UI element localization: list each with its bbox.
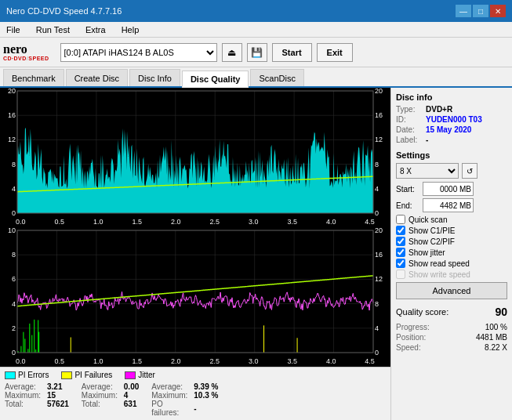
menu-bar: File Run Test Extra Help (0, 22, 512, 38)
speed-row: 8 X Maximum 1 X 2 X 4 X 16 X ↺ (396, 163, 507, 179)
progress-row: Progress: 100 % (396, 323, 507, 331)
disc-type-label: Type: (396, 105, 426, 114)
start-mb-row: Start: (396, 182, 507, 196)
tab-create-disc[interactable]: Create Disc (66, 69, 128, 86)
show-jitter-label: Show jitter (409, 248, 445, 257)
quick-scan-row: Quick scan (396, 215, 507, 224)
quality-score-value: 90 (495, 306, 507, 318)
po-failures: PO failures: - (151, 400, 218, 417)
show-c1-label: Show C1/PIE (409, 226, 455, 235)
jitter-legend: Jitter (125, 371, 155, 379)
eject-button[interactable]: ⏏ (222, 43, 242, 62)
disc-label-value: - (426, 136, 428, 144)
show-read-speed-row: Show read speed (396, 259, 507, 268)
settings-title: Settings (396, 150, 507, 160)
show-jitter-row: Show jitter (396, 248, 507, 257)
end-input[interactable] (423, 198, 474, 212)
right-panel: Disc info Type: DVD+R ID: YUDEN000 T03 D… (390, 88, 512, 420)
drive-select[interactable]: [0:0] ATAPI iHAS124 B AL0S (60, 43, 217, 62)
show-c2-row: Show C2/PIF (396, 237, 507, 246)
main-content: 0.00.51.01.52.02.53.03.54.04.5 0.00.51.0… (0, 88, 512, 420)
pi-errors-max: Maximum: 15 (5, 391, 69, 400)
show-read-speed-label: Show read speed (409, 259, 470, 268)
window-controls: — □ ✕ (456, 5, 506, 17)
exit-button[interactable]: Exit (317, 43, 353, 62)
pi-errors-legend: PI Errors (5, 371, 49, 379)
position-value: 4481 MB (476, 333, 507, 342)
toolbar: nero CD·DVD/SPEED [0:0] ATAPI iHAS124 B … (0, 38, 512, 67)
progress-label: Progress: (396, 323, 430, 331)
disc-id-label: ID: (396, 115, 426, 124)
show-c1-row: Show C1/PIE (396, 226, 507, 235)
quick-scan-label: Quick scan (409, 215, 447, 224)
show-read-speed-checkbox[interactable] (396, 259, 405, 268)
jitter-max: Maximum: 10.3 % (151, 391, 218, 400)
jitter-label: Jitter (138, 371, 155, 379)
end-mb-row: End: (396, 198, 507, 212)
pi-failures-total: Total: 631 (82, 400, 139, 408)
show-write-speed-checkbox[interactable] (396, 270, 405, 279)
close-button[interactable]: ✕ (490, 5, 506, 17)
disc-label-row: Label: - (396, 136, 507, 144)
pi-errors-stats: Average: 3.21 Maximum: 15 Total: 57621 (5, 382, 69, 417)
tab-scan-disc[interactable]: ScanDisc (250, 69, 303, 86)
show-c1-checkbox[interactable] (396, 226, 405, 235)
charts-area: 0.00.51.01.52.02.53.03.54.04.5 0.00.51.0… (0, 88, 390, 420)
disc-info-title: Disc info (396, 92, 507, 102)
speed-value: 8.22 X (485, 343, 507, 352)
pi-failures-stats: Average: 0.00 Maximum: 4 Total: 631 (82, 382, 139, 417)
show-write-speed-label: Show write speed (409, 270, 470, 279)
legend-row: PI Errors PI Failures Jitter (5, 371, 386, 379)
top-chart (0, 88, 390, 216)
quick-scan-checkbox[interactable] (396, 215, 405, 224)
end-label: End: (396, 201, 419, 210)
pi-failures-legend: PI Failures (61, 371, 112, 379)
app-title: Nero CD-DVD Speed 4.7.7.16 (6, 6, 122, 16)
pi-errors-avg: Average: 3.21 (5, 382, 69, 391)
advanced-button[interactable]: Advanced (396, 282, 507, 299)
start-label: Start: (396, 185, 419, 194)
save-button[interactable]: 💾 (247, 43, 267, 62)
menu-run-test[interactable]: Run Test (33, 24, 73, 36)
tab-bar: Benchmark Create Disc Disc Info Disc Qua… (0, 67, 512, 88)
menu-file[interactable]: File (3, 24, 24, 36)
progress-value: 100 % (485, 323, 507, 331)
tab-benchmark[interactable]: Benchmark (3, 69, 64, 86)
stats-data: Average: 3.21 Maximum: 15 Total: 57621 A… (5, 382, 386, 417)
menu-extra[interactable]: Extra (82, 24, 109, 36)
tab-disc-quality[interactable]: Disc Quality (182, 71, 249, 88)
jitter-avg: Average: 9.39 % (151, 382, 218, 391)
show-write-speed-row: Show write speed (396, 270, 507, 279)
pi-failures-color (61, 371, 72, 379)
disc-date-value: 15 May 2020 (426, 125, 471, 134)
show-c2-label: Show C2/PIF (409, 237, 455, 246)
start-button[interactable]: Start (272, 43, 312, 62)
title-bar: Nero CD-DVD Speed 4.7.7.16 — □ ✕ (0, 0, 512, 22)
pi-failures-max: Maximum: 4 (82, 391, 139, 400)
pi-errors-total: Total: 57621 (5, 400, 69, 408)
quality-score-row: Quality score: 90 (396, 306, 507, 318)
position-label: Position: (396, 333, 426, 342)
jitter-stats: Average: 9.39 % Maximum: 10.3 % PO failu… (151, 382, 218, 417)
bottom-chart (0, 227, 390, 356)
disc-label-label: Label: (396, 136, 426, 144)
disc-date-label: Date: (396, 125, 426, 134)
refresh-button[interactable]: ↺ (462, 163, 478, 179)
start-input[interactable] (423, 182, 474, 196)
show-jitter-checkbox[interactable] (396, 248, 405, 257)
minimize-button[interactable]: — (456, 5, 471, 17)
logo-nero: nero (3, 43, 49, 56)
tab-disc-info[interactable]: Disc Info (129, 69, 180, 86)
top-chart-x-labels: 0.00.51.01.52.02.53.03.54.04.5 (0, 216, 390, 227)
menu-help[interactable]: Help (118, 24, 143, 36)
speed-label: Speed: (396, 343, 421, 352)
logo-cdspeed: CD·DVD/SPEED (3, 56, 49, 61)
pi-failures-avg: Average: 0.00 (82, 382, 139, 391)
quality-score-label: Quality score: (396, 307, 448, 317)
bottom-chart-x-labels: 0.00.51.01.52.02.53.03.54.04.5 (0, 356, 390, 367)
speed-select[interactable]: 8 X Maximum 1 X 2 X 4 X 16 X (396, 163, 459, 179)
stats-panel: PI Errors PI Failures Jitter Average: 3.… (0, 367, 390, 420)
disc-id-value: YUDEN000 T03 (426, 115, 482, 124)
show-c2-checkbox[interactable] (396, 237, 405, 246)
maximize-button[interactable]: □ (473, 5, 488, 17)
